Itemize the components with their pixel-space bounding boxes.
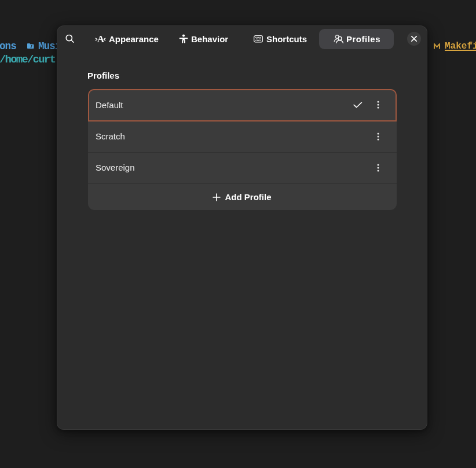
svg-text:A: A — [97, 34, 104, 43]
